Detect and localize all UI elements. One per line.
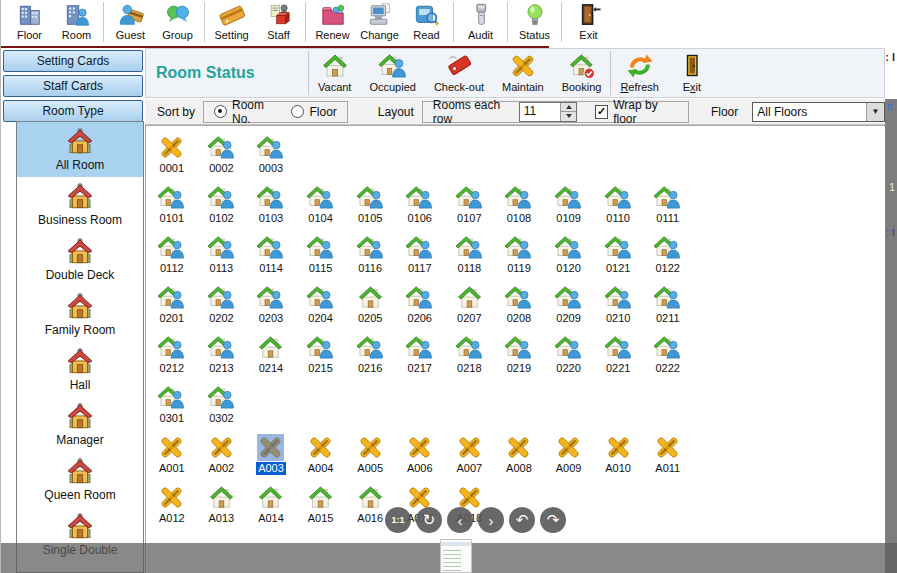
toolbar-button-renew[interactable]: Renew	[309, 0, 356, 44]
room-cell-A008[interactable]: A008	[494, 434, 544, 484]
room-cell-A002[interactable]: A002	[197, 434, 247, 484]
dropdown-arrow-icon[interactable]: ▼	[866, 103, 884, 121]
room-cell-A009[interactable]: A009	[544, 434, 594, 484]
room-cell-0003[interactable]: 0003	[246, 134, 296, 184]
preview-thumbnail[interactable]	[440, 539, 472, 573]
room-cell-A003[interactable]: A003	[246, 434, 296, 484]
sidebar-tab-staff-cards[interactable]: Staff Cards	[3, 75, 143, 97]
room-cell-0214[interactable]: 0214	[246, 334, 296, 384]
room-cell-0210[interactable]: 0210	[593, 284, 643, 334]
floor-dropdown[interactable]: All Floors ▼	[752, 102, 885, 122]
room-cell-0112[interactable]: 0112	[147, 234, 197, 284]
room-cell-0215[interactable]: 0215	[296, 334, 346, 384]
room-cell-0105[interactable]: 0105	[345, 184, 395, 234]
sort-radio-floor[interactable]: Floor	[291, 105, 336, 119]
room-cell-0302[interactable]: 0302	[197, 384, 247, 434]
room-cell-A012[interactable]: A012	[147, 484, 197, 534]
toolbar-button-staff[interactable]: Staff	[255, 0, 302, 44]
room-cell-A011[interactable]: A011	[643, 434, 693, 484]
room-cell-0102[interactable]: 0102	[197, 184, 247, 234]
room-cell-0217[interactable]: 0217	[395, 334, 445, 384]
room-cell-0002[interactable]: 0002	[197, 134, 247, 184]
room-type-item-business-room[interactable]: Business Room	[17, 177, 143, 232]
room-type-item-family-room[interactable]: Family Room	[17, 287, 143, 342]
toolbar-button-guest[interactable]: Guest	[107, 0, 154, 44]
room-cell-A014[interactable]: A014	[246, 484, 296, 534]
action-button-exit[interactable]: Exit	[668, 49, 716, 97]
room-cell-0116[interactable]: 0116	[345, 234, 395, 284]
room-cell-0121[interactable]: 0121	[593, 234, 643, 284]
room-cell-0216[interactable]: 0216	[345, 334, 395, 384]
rooms-each-row-value[interactable]: 11	[520, 103, 560, 121]
sort-radio-room-no[interactable]: Room No.	[214, 98, 275, 126]
toolbar-button-change[interactable]: Change	[356, 0, 403, 44]
room-cell-0219[interactable]: 0219	[494, 334, 544, 384]
viewer-rotate-button[interactable]: ↻	[416, 507, 442, 533]
room-cell-0201[interactable]: 0201	[147, 284, 197, 334]
room-cell-0104[interactable]: 0104	[296, 184, 346, 234]
viewer-undo-button[interactable]: ↶	[509, 507, 535, 533]
room-cell-0110[interactable]: 0110	[593, 184, 643, 234]
room-cell-0222[interactable]: 0222	[643, 334, 693, 384]
toolbar-button-audit[interactable]: Audit	[457, 0, 504, 44]
room-cell-A006[interactable]: A006	[395, 434, 445, 484]
room-type-item-hall[interactable]: Hall	[17, 342, 143, 397]
room-cell-0111[interactable]: 0111	[643, 184, 693, 234]
room-cell-0209[interactable]: 0209	[544, 284, 594, 334]
viewer-previous-button[interactable]: ‹	[447, 507, 473, 533]
toolbar-button-read[interactable]: Read	[403, 0, 450, 44]
room-cell-0120[interactable]: 0120	[544, 234, 594, 284]
toolbar-button-exit[interactable]: Exit	[565, 0, 612, 44]
room-cell-A010[interactable]: A010	[593, 434, 643, 484]
room-cell-0220[interactable]: 0220	[544, 334, 594, 384]
viewer-redo-button[interactable]: ↷	[540, 507, 566, 533]
sidebar-tab-room-type[interactable]: Room Type	[3, 100, 143, 122]
room-cell-0212[interactable]: 0212	[147, 334, 197, 384]
room-cell-0204[interactable]: 0204	[296, 284, 346, 334]
room-cell-0208[interactable]: 0208	[494, 284, 544, 334]
room-cell-0118[interactable]: 0118	[445, 234, 495, 284]
room-cell-A013[interactable]: A013	[197, 484, 247, 534]
room-cell-0205[interactable]: 0205	[345, 284, 395, 334]
room-cell-0001[interactable]: 0001	[147, 134, 197, 184]
toolbar-button-status[interactable]: Status	[511, 0, 558, 44]
toolbar-button-setting[interactable]: Setting	[208, 0, 255, 44]
room-cell-0117[interactable]: 0117	[395, 234, 445, 284]
room-cell-0206[interactable]: 0206	[395, 284, 445, 334]
room-cell-A001[interactable]: A001	[147, 434, 197, 484]
toolbar-button-room[interactable]: Room	[53, 0, 100, 44]
room-cell-0106[interactable]: 0106	[395, 184, 445, 234]
radio-icon[interactable]	[291, 105, 304, 118]
room-cell-A007[interactable]: A007	[445, 434, 495, 484]
room-cell-0221[interactable]: 0221	[593, 334, 643, 384]
room-cell-0301[interactable]: 0301	[147, 384, 197, 434]
room-cell-0113[interactable]: 0113	[197, 234, 247, 284]
room-cell-0218[interactable]: 0218	[445, 334, 495, 384]
room-type-item-all-room[interactable]: All Room	[17, 122, 143, 177]
room-cell-A005[interactable]: A005	[345, 434, 395, 484]
room-cell-0109[interactable]: 0109	[544, 184, 594, 234]
room-cell-0115[interactable]: 0115	[296, 234, 346, 284]
room-cell-0119[interactable]: 0119	[494, 234, 544, 284]
room-type-item-manager[interactable]: Manager	[17, 397, 143, 452]
room-cell-0103[interactable]: 0103	[246, 184, 296, 234]
sidebar-tab-setting-cards[interactable]: Setting Cards	[3, 50, 143, 72]
room-cell-0207[interactable]: 0207	[445, 284, 495, 334]
toolbar-button-floor[interactable]: Floor	[6, 0, 53, 44]
viewer-next-button[interactable]: ›	[478, 507, 504, 533]
room-cell-A004[interactable]: A004	[296, 434, 346, 484]
room-cell-0108[interactable]: 0108	[494, 184, 544, 234]
room-cell-0101[interactable]: 0101	[147, 184, 197, 234]
room-cell-0114[interactable]: 0114	[246, 234, 296, 284]
stepper-up-button[interactable]	[561, 103, 576, 112]
room-cell-0211[interactable]: 0211	[643, 284, 693, 334]
rooms-each-row-stepper[interactable]: 11	[519, 102, 577, 122]
stepper-down-button[interactable]	[561, 111, 576, 121]
toolbar-button-group[interactable]: Group	[154, 0, 201, 44]
wrap-by-floor-checkbox[interactable]: ✓	[595, 105, 608, 119]
room-cell-0122[interactable]: 0122	[643, 234, 693, 284]
room-cell-0203[interactable]: 0203	[246, 284, 296, 334]
action-button-refresh[interactable]: Refresh	[611, 49, 668, 97]
room-cell-0202[interactable]: 0202	[197, 284, 247, 334]
room-cell-0213[interactable]: 0213	[197, 334, 247, 384]
